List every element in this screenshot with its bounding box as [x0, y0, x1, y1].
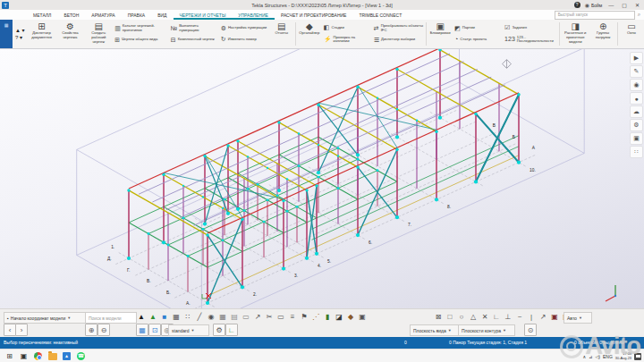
smart-snap-icon[interactable]: ∟: [225, 324, 238, 336]
select-objects-icon[interactable]: ■: [159, 311, 170, 322]
tab-trimble-connect[interactable]: TRIMBLE CONNECT: [352, 10, 408, 20]
visibility-eye-icon[interactable]: ⊙: [524, 324, 537, 336]
folder-icon[interactable]: [47, 351, 57, 361]
ribbon-button[interactable]: ▤Создать рабочий чертеж: [84, 20, 113, 48]
ribbon-button[interactable]: ⊞Чертеж общего вида: [114, 37, 167, 44]
tab-вид[interactable]: ВИД: [151, 10, 173, 20]
workplane-grid-icon[interactable]: ▦: [136, 324, 148, 336]
pointer-arrow-icon[interactable]: ▲ ▾: [15, 28, 25, 33]
select-lines-icon[interactable]: ╱: [194, 311, 205, 322]
close-button[interactable]: ✕: [633, 2, 641, 8]
origin-dropdown[interactable]: ▪ Начало координат модели ▼: [4, 312, 88, 324]
ribbon-button[interactable]: ◨Расчетные и проектные модели: [561, 20, 589, 48]
ribbon-button[interactable]: ☑Задания: [504, 24, 556, 31]
ribbon-button[interactable]: ◔Статус проекта: [454, 36, 501, 43]
snap-intersection-icon[interactable]: ✕: [479, 311, 490, 322]
maximize-button[interactable]: ▢: [620, 2, 629, 8]
ribbon-button[interactable]: ◩Партии: [454, 25, 501, 32]
select-align-icon[interactable]: ≡: [287, 311, 298, 322]
user-account[interactable]: ◉ Бойм: [585, 2, 603, 8]
ribbon-button[interactable]: ▤Отчеты: [269, 20, 294, 48]
view-plane-dropdown[interactable]: Плоскость вида ▼: [410, 324, 460, 336]
dots-icon[interactable]: ∷: [630, 146, 643, 158]
ribbon-button[interactable]: ⊕Группы нагрузок: [589, 20, 616, 48]
ribbon-button[interactable]: ◧Стадии: [324, 24, 370, 31]
ribbon-button[interactable]: ☰Диспетчер выборки: [374, 37, 423, 44]
whatsapp-icon[interactable]: ☎: [76, 351, 86, 361]
ribbon-button[interactable]: ◆Органайзер: [297, 20, 322, 48]
chrome-icon[interactable]: [33, 351, 43, 361]
ribbon-button[interactable]: ⊞Диспетчер документов: [28, 20, 56, 48]
ribbon-button[interactable]: ⚙Свойства чертежа: [55, 20, 84, 48]
select-surfaces-icon[interactable]: ▦: [217, 311, 228, 322]
model-viewport[interactable]: 1.2.3.4.5.6.7.8.10.А.Б.В.Г.Д.1.АБВ ▶✎◉●☁…: [0, 48, 644, 309]
context-help-icon[interactable]: ? ▾: [15, 35, 25, 40]
ribbon-button[interactable]: ⚡Проверка на коллизии: [324, 36, 370, 44]
select-all-icon[interactable]: ▲: [136, 311, 147, 322]
select-points-icon[interactable]: ∷: [182, 311, 193, 322]
volume-icon[interactable]: ◁): [595, 354, 600, 359]
select-arrow-icon[interactable]: ↗: [252, 311, 263, 322]
select-grids-icon[interactable]: ▤: [229, 311, 240, 322]
snap-midpoint-icon[interactable]: △: [468, 311, 479, 322]
photos-app-icon[interactable]: ▴: [62, 351, 72, 361]
select-load-icon[interactable]: ◆: [345, 311, 356, 322]
snap-perpendicular-icon[interactable]: ⊥: [503, 311, 513, 322]
ribbon-button[interactable]: ⚙Настройка нумерации: [221, 25, 267, 32]
model-search-input[interactable]: Поиск в модели: [85, 312, 137, 324]
eye-icon[interactable]: ◉: [630, 79, 643, 91]
tab-арматура[interactable]: АРМАТУРА: [85, 10, 121, 20]
select-frame-icon[interactable]: ▭: [275, 311, 286, 322]
options-gear-icon[interactable]: ⚙: [213, 324, 225, 336]
standard-dropdown[interactable]: standard ▼: [168, 324, 209, 336]
prev-view-button[interactable]: ‹: [4, 324, 16, 336]
snap-line-icon[interactable]: |: [526, 311, 537, 322]
select-parts-icon[interactable]: ◉: [206, 311, 216, 322]
fit-workarea-icon[interactable]: ⊡: [148, 324, 161, 336]
notifications-icon[interactable]: [634, 353, 641, 360]
snap-override1-icon[interactable]: ▣: [549, 311, 560, 322]
select-bolt-icon[interactable]: ◪: [334, 311, 344, 322]
snap-center-icon[interactable]: ○: [456, 311, 467, 322]
taskbar-clock[interactable]: 17:03 30-Aug-23: [615, 352, 631, 360]
select-components-icon[interactable]: ▲: [148, 311, 158, 322]
task-view-icon[interactable]: ▣: [19, 351, 29, 361]
snap-reference-icon[interactable]: ⊠: [433, 311, 444, 322]
pen-icon[interactable]: ✎: [630, 65, 643, 78]
snap-nearest-icon[interactable]: ~: [514, 311, 525, 322]
contour-planes-dropdown[interactable]: Плоскости контура ▼: [458, 324, 515, 336]
select-assemblies-icon[interactable]: ▦: [171, 311, 182, 322]
file-menu-strip[interactable]: ▦: [0, 20, 13, 48]
ribbon-button[interactable]: ▭Окно: [619, 20, 644, 48]
minimize-button[interactable]: —: [606, 3, 615, 8]
ribbon-button[interactable]: ▥Каталог чертежей-прототипов: [114, 24, 167, 32]
cloud-icon[interactable]: ☁: [630, 105, 643, 118]
ribbon-button[interactable]: ⇄Преобразовать объекты IFC: [374, 24, 423, 32]
select-misc-icon[interactable]: ▣: [357, 311, 368, 322]
ribbon-button[interactable]: ↻Изменить номер: [221, 36, 267, 43]
network-icon[interactable]: ⊿: [589, 354, 592, 359]
ribbon-button[interactable]: №Выполнить нумерацию: [171, 24, 217, 32]
tab-расчет-и-проектирование[interactable]: РАСЧЕТ И ПРОЕКТИРОВАНИЕ: [275, 10, 353, 20]
zoom-original-icon[interactable]: ⊕: [85, 324, 97, 336]
select-rebar-icon[interactable]: ▮: [322, 311, 333, 322]
auto-dropdown[interactable]: Авто ▼: [564, 312, 592, 324]
select-cuts-icon[interactable]: ✂: [264, 311, 275, 322]
structural-model-3d[interactable]: 1.2.3.4.5.6.7.8.10.А.Б.В.Г.Д.1.АБВ: [0, 49, 644, 309]
next-view-button[interactable]: ›: [15, 324, 28, 336]
gear-icon[interactable]: ⚙: [630, 119, 643, 131]
tray-expand-icon[interactable]: ∧: [583, 354, 587, 359]
zoom-selected-icon[interactable]: ⊖: [97, 324, 110, 336]
ribbon-button[interactable]: 123123... Последовательности: [504, 36, 556, 44]
quick-launch-input[interactable]: Быстрый запуск: [555, 11, 635, 20]
tab-управление[interactable]: УПРАВЛЕНИЕ: [232, 10, 275, 20]
help-icon[interactable]: ?: [574, 2, 580, 8]
select-weld-icon[interactable]: ⋰: [310, 311, 321, 322]
tab-чертежи-и-отчеты[interactable]: ЧЕРТЕЖИ И ОТЧЕТЫ: [174, 10, 233, 20]
pointer-icon[interactable]: ▶: [630, 52, 643, 64]
tab-металл[interactable]: МЕТАЛЛ: [27, 10, 57, 20]
sphere-icon[interactable]: ●: [630, 92, 643, 105]
ribbon-button[interactable]: ⊟Комплексный чертеж: [171, 37, 217, 44]
select-views-icon[interactable]: ▭: [241, 311, 251, 322]
ribbon-button[interactable]: ▣Блокировки: [428, 20, 453, 48]
